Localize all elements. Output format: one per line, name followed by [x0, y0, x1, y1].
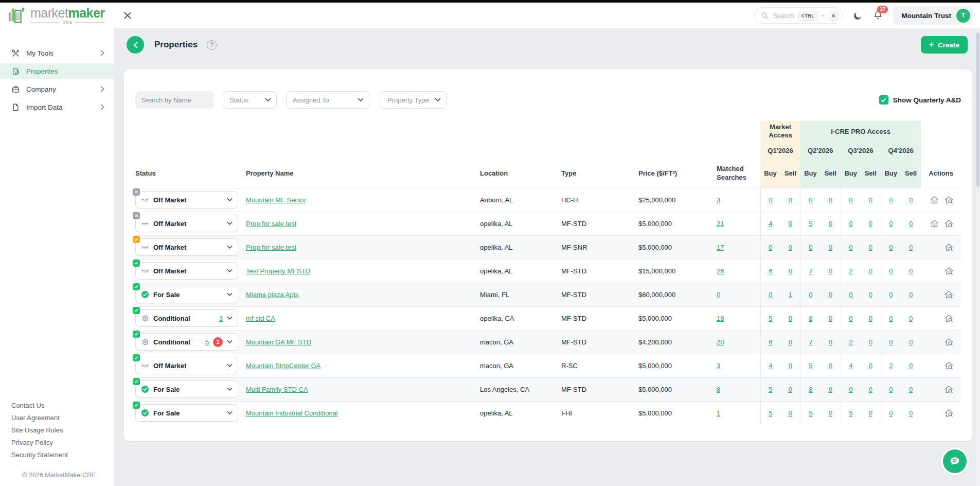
house-search-icon[interactable] — [944, 337, 954, 347]
account-menu[interactable]: Mountain Trust T — [893, 6, 973, 25]
footer-link-site-usage-rules[interactable]: Site Usage Rules — [11, 426, 114, 434]
house-search-icon[interactable] — [944, 195, 954, 205]
q2-buy-link[interactable]: 0 — [809, 196, 812, 204]
q4-sell-link[interactable]: 0 — [909, 315, 913, 322]
close-icon[interactable] — [123, 11, 132, 20]
property-name-link[interactable]: Mountain Industrial Conditional — [246, 409, 338, 417]
q4-buy-link[interactable]: 0 — [889, 386, 893, 393]
dark-mode-toggle[interactable] — [853, 11, 863, 21]
status-dropdown[interactable]: Off Market — [135, 191, 238, 209]
matched-searches-link[interactable]: 3 — [717, 362, 720, 370]
house-search-icon[interactable] — [944, 408, 954, 418]
notifications-button[interactable]: 37 — [873, 10, 883, 21]
q3-sell-link[interactable]: 0 — [869, 362, 872, 370]
status-dropdown[interactable]: Conditional 3 — [135, 309, 238, 327]
matched-searches-link[interactable]: 18 — [717, 315, 724, 322]
q2-buy-link[interactable]: 0 — [809, 244, 812, 251]
q3-buy-link[interactable]: 2 — [849, 267, 852, 275]
q2-buy-link[interactable]: 8 — [809, 386, 812, 393]
q2-sell-link[interactable]: 0 — [829, 386, 832, 393]
q4-buy-link[interactable]: 0 — [889, 267, 893, 275]
q3-sell-link[interactable]: 0 — [869, 244, 872, 251]
q1-sell-link[interactable]: 0 — [789, 386, 792, 393]
q1-sell-link[interactable]: 1 — [789, 291, 792, 299]
property-name-link[interactable]: Prop for sale test — [246, 244, 296, 251]
scrollbar-thumb[interactable] — [976, 32, 979, 187]
matched-searches-link[interactable]: 20 — [717, 338, 724, 346]
q3-buy-link[interactable]: 4 — [849, 362, 852, 370]
q3-buy-link[interactable]: 0 — [849, 291, 852, 299]
q3-buy-link[interactable]: 0 — [849, 244, 852, 251]
q4-sell-link[interactable]: 0 — [909, 196, 913, 204]
footer-link-user-agreement[interactable]: User Agreement — [11, 414, 114, 422]
q4-sell-link[interactable]: 0 — [909, 267, 913, 275]
status-dropdown[interactable]: Conditional 5 1 — [135, 333, 238, 351]
q2-sell-link[interactable]: 0 — [829, 338, 832, 346]
q4-buy-link[interactable]: 0 — [889, 196, 893, 204]
footer-link-contact-us[interactable]: Contact Us — [11, 402, 114, 409]
property-name-link[interactable]: Test Property MFSTD — [246, 267, 310, 275]
status-dropdown[interactable]: For Sale — [135, 380, 238, 398]
q3-buy-link[interactable]: 2 — [849, 338, 852, 346]
q1-buy-link[interactable]: 5 — [769, 409, 772, 417]
q2-sell-link[interactable]: 0 — [829, 291, 832, 299]
q2-sell-link[interactable]: 0 — [829, 315, 832, 322]
q2-buy-link[interactable]: 5 — [809, 362, 812, 370]
q3-sell-link[interactable]: 0 — [869, 315, 872, 322]
house-search-icon[interactable] — [944, 219, 954, 229]
status-dropdown[interactable]: For Sale — [135, 404, 238, 422]
q3-buy-link[interactable]: 0 — [849, 196, 852, 204]
house-search-icon[interactable] — [944, 290, 954, 300]
q2-sell-link[interactable]: 0 — [829, 220, 832, 228]
house-search-icon[interactable] — [944, 314, 954, 323]
q4-sell-link[interactable]: 0 — [909, 220, 913, 228]
house-dollar-icon[interactable]: $ — [930, 195, 939, 205]
q2-sell-link[interactable]: 0 — [829, 409, 832, 417]
q4-sell-link[interactable]: 0 — [909, 386, 913, 393]
q1-buy-link[interactable]: 4 — [769, 362, 772, 370]
status-dropdown[interactable]: Off Market — [135, 215, 238, 232]
q1-sell-link[interactable]: 0 — [789, 362, 792, 370]
q2-sell-link[interactable]: 0 — [829, 196, 832, 204]
q1-buy-link[interactable]: 5 — [769, 315, 772, 322]
q3-sell-link[interactable]: 0 — [869, 386, 872, 393]
property-name-link[interactable]: Prop for sale test — [246, 220, 296, 228]
q1-buy-link[interactable]: 5 — [769, 386, 772, 393]
property-name-link[interactable]: Multi Family STD CA — [246, 386, 308, 393]
matched-searches-link[interactable]: 1 — [717, 409, 720, 417]
page-scrollbar[interactable] — [976, 28, 980, 486]
search-by-name-input[interactable] — [135, 91, 213, 109]
q3-buy-link[interactable]: 5 — [849, 409, 852, 417]
create-button[interactable]: + Create — [921, 36, 968, 54]
q4-buy-link[interactable]: 0 — [889, 244, 893, 251]
conditional-count-link[interactable]: 3 — [219, 315, 223, 322]
q4-sell-link[interactable]: 0 — [909, 409, 913, 417]
property-name-link[interactable]: Mountain StripCenter GA — [246, 362, 320, 370]
status-dropdown[interactable]: Off Market — [135, 238, 238, 256]
footer-link-privacy-policy[interactable]: Privacy Policy — [11, 439, 114, 446]
status-dropdown[interactable]: Off Market — [135, 357, 238, 374]
property-type-filter-select[interactable]: Property Type — [381, 91, 447, 109]
q3-buy-link[interactable]: 0 — [849, 220, 852, 228]
status-dropdown[interactable]: Off Market — [135, 262, 238, 280]
q4-sell-link[interactable]: 0 — [909, 362, 913, 370]
house-search-icon[interactable] — [944, 242, 954, 252]
q3-buy-link[interactable]: 0 — [849, 315, 852, 322]
q1-buy-link[interactable]: 0 — [769, 244, 772, 251]
q1-buy-link[interactable]: 6 — [769, 338, 772, 346]
house-search-icon[interactable] — [944, 266, 954, 276]
sidebar-item-import-data[interactable]: Import Data — [0, 99, 114, 115]
house-search-icon[interactable] — [944, 385, 954, 394]
footer-link-security-statement[interactable]: Security Statement — [11, 451, 114, 459]
q3-sell-link[interactable]: 0 — [869, 267, 872, 275]
q1-sell-link[interactable]: 0 — [789, 338, 792, 346]
q2-sell-link[interactable]: 0 — [829, 244, 832, 251]
global-search-input[interactable]: Search CTRL + K — [754, 7, 843, 24]
show-quarterly-checkbox[interactable]: Show Quarterly A&D — [879, 95, 961, 105]
q4-buy-link[interactable]: 0 — [889, 409, 893, 417]
q1-sell-link[interactable]: 0 — [789, 244, 792, 251]
q1-sell-link[interactable]: 0 — [789, 409, 792, 417]
matched-searches-link[interactable]: 26 — [717, 267, 724, 275]
sidebar-item-properties[interactable]: Properties — [0, 63, 114, 79]
q4-sell-link[interactable]: 0 — [909, 338, 913, 346]
